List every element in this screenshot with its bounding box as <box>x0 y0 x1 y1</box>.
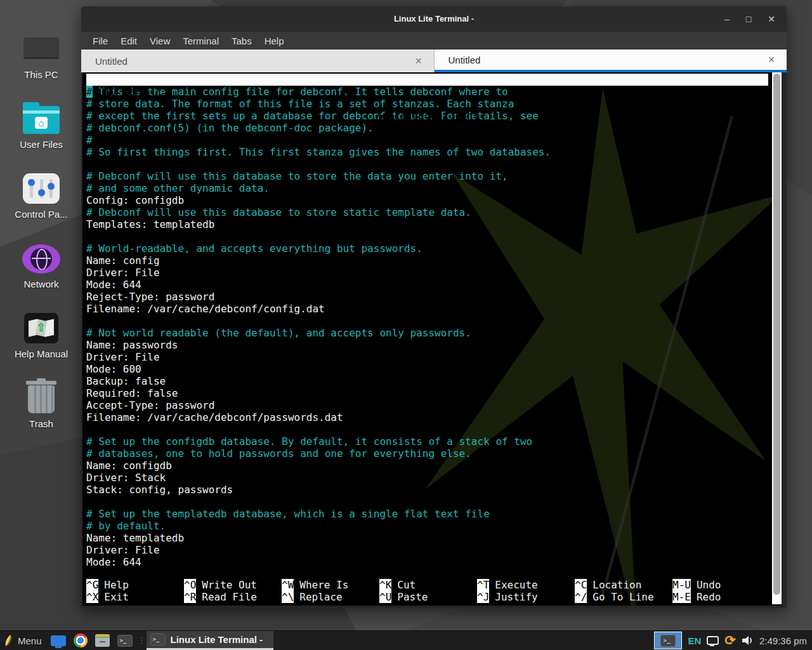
maximize-button[interactable]: □ <box>746 15 751 23</box>
menu-view[interactable]: View <box>143 36 176 46</box>
shortcut-paste: ^UPaste <box>379 591 477 603</box>
terminal-line-12: Templates: templatedb <box>86 218 768 230</box>
menu-help[interactable]: Help <box>258 36 291 46</box>
chrome-browser-icon[interactable] <box>74 633 88 647</box>
network-globe-icon <box>22 244 60 274</box>
desktop-icon-user-files[interactable]: ⌂ User Files <box>0 80 82 150</box>
terminal-line-19: Filename: /var/cache/debconf/config.dat <box>86 303 768 315</box>
terminal-line-30: # Set up the configdb database. By defau… <box>86 435 768 448</box>
nano-editor: GNU nano 7.2 /etc/debconf.conf # This is… <box>82 72 782 606</box>
shortcut-exit: ^XExit <box>86 591 184 603</box>
home-icon: ⌂ <box>35 117 48 129</box>
shortcut-key: ^O <box>184 579 196 591</box>
terminal-line-21: # Not world readable (the default), and … <box>86 327 768 339</box>
terminal-line-36: # Set up the templatedb database, which … <box>86 508 768 520</box>
shortcut-label: Execute <box>495 579 537 591</box>
desktop-icon-network[interactable]: Network <box>0 220 82 289</box>
control-panel-sliders-icon <box>23 173 60 204</box>
tray-terminal-icon[interactable]: >_ <box>654 632 682 649</box>
update-notifier-icon[interactable]: ⟳ <box>724 634 736 647</box>
nano-shortcut-bar: ^GHelp^OWrite Out^WWhere Is^KCut^TExecut… <box>86 579 768 603</box>
desktop-icon-label: Help Manual <box>15 348 68 359</box>
shortcut-where-is: ^WWhere Is <box>282 579 379 591</box>
terminal-line-15: Name: config <box>86 255 768 267</box>
terminal-text: # This is the main config file for debco… <box>86 86 768 568</box>
menu-button[interactable]: Menu <box>0 631 47 650</box>
close-button[interactable]: ✕ <box>768 15 775 23</box>
terminal-window: Linux Lite Terminal - – □ ✕ FileEditView… <box>81 6 787 608</box>
tab-label: Untitled <box>449 55 481 65</box>
shortcut-label: Redo <box>697 591 721 603</box>
taskbar-left: Menu >_ ⋮ >_ Linux Lite Terminal - <box>0 631 273 650</box>
desktop-icon-trash[interactable]: Trash <box>0 359 82 429</box>
shortcut-label: Help <box>104 579 129 591</box>
desktop-icon-list: This PC ⌂ User Files Control Pa... Netwo… <box>0 10 82 429</box>
terminal-line-32: Name: configdb <box>86 460 768 472</box>
clock: 2:49:36 pm <box>759 635 807 646</box>
tab-untitled-1[interactable]: Untitled ✕ <box>81 50 435 72</box>
shortcut-label: Replace <box>299 591 342 603</box>
shortcut-key: ^X <box>86 591 98 603</box>
desktop: This PC ⌂ User Files Control Pa... Netwo… <box>0 0 812 650</box>
shortcut-key: ^W <box>282 579 294 591</box>
terminal-line-33: Driver: Stack <box>86 472 768 484</box>
linux-lite-logo-icon <box>4 633 13 647</box>
shortcut-key: ^R <box>184 591 196 603</box>
shortcut-key: ^\ <box>282 591 294 603</box>
shortcut-row-2: ^XExit^RRead File^\Replace^UPaste^JJusti… <box>86 591 768 603</box>
terminal-line-37: # by default. <box>86 520 768 532</box>
shortcut-key: ^K <box>379 579 391 591</box>
terminal-content[interactable]: GNU nano 7.2 /etc/debconf.conf # This is… <box>82 72 782 606</box>
shortcut-location: ^CLocation <box>575 579 672 591</box>
menu-bar: FileEditViewTerminalTabsHelp <box>81 32 787 50</box>
shortcut-undo: M-UUndo <box>672 579 770 591</box>
menu-terminal[interactable]: Terminal <box>176 36 225 46</box>
shortcut-label: Undo <box>697 579 721 591</box>
shortcut-help: ^GHelp <box>86 579 184 591</box>
file-manager-icon[interactable] <box>95 634 110 647</box>
terminal-line-25: Backup: false <box>86 375 768 387</box>
taskbar-window-label: Linux Lite Terminal - <box>171 634 263 645</box>
desktop-icon-this-pc[interactable]: This PC <box>0 10 82 80</box>
scrollbar-thumb[interactable] <box>773 74 780 595</box>
terminal-line-13 <box>86 230 768 242</box>
terminal-line-26: Required: false <box>86 387 768 399</box>
terminal-line-20 <box>86 315 768 327</box>
terminal-line-8: # Debconf will use this database to stor… <box>86 170 768 182</box>
shortcut-key: ^/ <box>575 591 587 603</box>
menu-file[interactable]: File <box>86 36 114 46</box>
terminal-line-27: Accept-Type: password <box>86 399 768 411</box>
desktop-icon-help-manual[interactable]: ⇧ Help Manual <box>0 289 82 359</box>
menu-button-label: Menu <box>18 635 42 646</box>
tab-close-icon[interactable]: ✕ <box>768 55 775 65</box>
desktop-icon-label: Control Pa... <box>15 209 67 220</box>
terminal-line-34: Stack: config, passwords <box>86 484 768 496</box>
shortcut-label: Write Out <box>202 579 257 591</box>
user-files-folder-icon: ⌂ <box>23 106 60 134</box>
display-settings-icon[interactable] <box>707 636 719 645</box>
terminal-line-16: Driver: File <box>86 267 768 279</box>
terminal-launcher-icon[interactable]: >_ <box>117 635 133 647</box>
tab-untitled-2[interactable]: Untitled ✕ <box>435 50 787 72</box>
window-titlebar[interactable]: Linux Lite Terminal - – □ ✕ <box>81 6 787 32</box>
minimize-button[interactable]: – <box>724 15 730 23</box>
shortcut-redo: M-ERedo <box>672 591 770 603</box>
window-title: Linux Lite Terminal - <box>81 6 787 32</box>
shortcut-key: ^U <box>379 591 391 603</box>
volume-icon[interactable] <box>742 635 754 646</box>
terminal-window-icon: >_ <box>150 633 166 646</box>
taskbar-window-button[interactable]: >_ Linux Lite Terminal - <box>147 631 273 650</box>
tab-close-icon[interactable]: ✕ <box>415 56 422 66</box>
keyboard-layout-indicator[interactable]: EN <box>688 635 701 646</box>
show-desktop-icon[interactable] <box>51 635 66 646</box>
shortcut-cut: ^KCut <box>379 579 477 591</box>
menu-tabs[interactable]: Tabs <box>225 36 258 46</box>
taskbar-separator: ⋮ <box>138 636 145 645</box>
menu-edit[interactable]: Edit <box>114 36 143 46</box>
help-manual-map-icon: ⇧ <box>24 313 58 343</box>
terminal-line-38: Name: templatedb <box>86 532 768 544</box>
scrollbar[interactable] <box>772 72 782 604</box>
shortcut-execute: ^TExecute <box>477 579 575 591</box>
desktop-icon-control-panel[interactable]: Control Pa... <box>0 150 82 220</box>
terminal-line-9: # and some other dynamic data. <box>86 182 768 194</box>
